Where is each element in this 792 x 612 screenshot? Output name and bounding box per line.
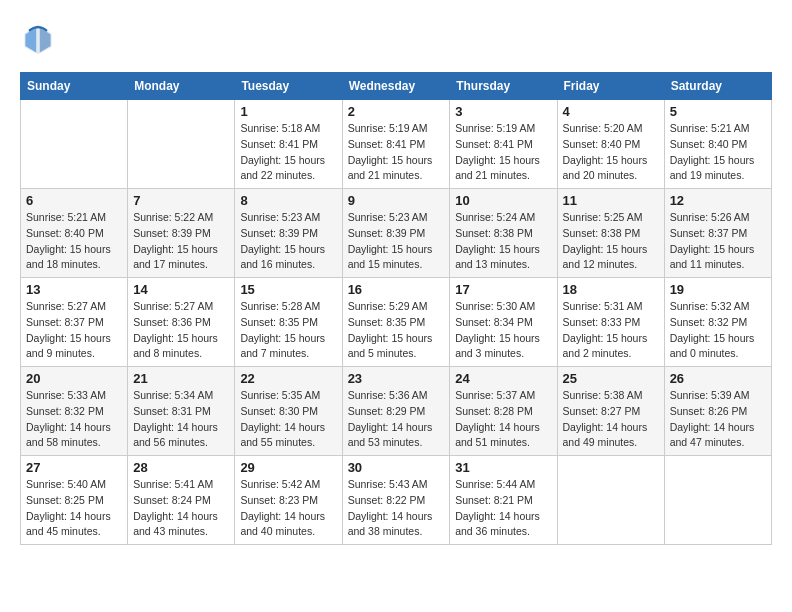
weekday-header-tuesday: Tuesday xyxy=(235,73,342,100)
day-info: Sunrise: 5:23 AMSunset: 8:39 PMDaylight:… xyxy=(240,210,336,273)
day-info: Sunrise: 5:43 AMSunset: 8:22 PMDaylight:… xyxy=(348,477,445,540)
day-number: 28 xyxy=(133,460,229,475)
day-number: 22 xyxy=(240,371,336,386)
svg-marker-2 xyxy=(25,27,36,52)
day-info: Sunrise: 5:19 AMSunset: 8:41 PMDaylight:… xyxy=(348,121,445,184)
day-info: Sunrise: 5:41 AMSunset: 8:24 PMDaylight:… xyxy=(133,477,229,540)
calendar-cell: 27Sunrise: 5:40 AMSunset: 8:25 PMDayligh… xyxy=(21,456,128,545)
calendar-cell: 1Sunrise: 5:18 AMSunset: 8:41 PMDaylight… xyxy=(235,100,342,189)
day-info: Sunrise: 5:32 AMSunset: 8:32 PMDaylight:… xyxy=(670,299,766,362)
page: SundayMondayTuesdayWednesdayThursdayFrid… xyxy=(0,0,792,565)
weekday-header-thursday: Thursday xyxy=(450,73,557,100)
calendar-week-2: 6Sunrise: 5:21 AMSunset: 8:40 PMDaylight… xyxy=(21,189,772,278)
day-number: 18 xyxy=(563,282,659,297)
day-number: 30 xyxy=(348,460,445,475)
day-number: 21 xyxy=(133,371,229,386)
calendar-week-5: 27Sunrise: 5:40 AMSunset: 8:25 PMDayligh… xyxy=(21,456,772,545)
calendar-table: SundayMondayTuesdayWednesdayThursdayFrid… xyxy=(20,72,772,545)
calendar-cell: 26Sunrise: 5:39 AMSunset: 8:26 PMDayligh… xyxy=(664,367,771,456)
calendar-cell: 31Sunrise: 5:44 AMSunset: 8:21 PMDayligh… xyxy=(450,456,557,545)
day-info: Sunrise: 5:36 AMSunset: 8:29 PMDaylight:… xyxy=(348,388,445,451)
calendar-cell: 3Sunrise: 5:19 AMSunset: 8:41 PMDaylight… xyxy=(450,100,557,189)
day-info: Sunrise: 5:19 AMSunset: 8:41 PMDaylight:… xyxy=(455,121,551,184)
calendar-cell: 17Sunrise: 5:30 AMSunset: 8:34 PMDayligh… xyxy=(450,278,557,367)
day-info: Sunrise: 5:39 AMSunset: 8:26 PMDaylight:… xyxy=(670,388,766,451)
day-info: Sunrise: 5:20 AMSunset: 8:40 PMDaylight:… xyxy=(563,121,659,184)
header xyxy=(20,20,772,56)
day-info: Sunrise: 5:35 AMSunset: 8:30 PMDaylight:… xyxy=(240,388,336,451)
day-number: 23 xyxy=(348,371,445,386)
day-number: 25 xyxy=(563,371,659,386)
calendar-cell: 29Sunrise: 5:42 AMSunset: 8:23 PMDayligh… xyxy=(235,456,342,545)
calendar-cell: 16Sunrise: 5:29 AMSunset: 8:35 PMDayligh… xyxy=(342,278,450,367)
svg-marker-1 xyxy=(40,27,51,52)
day-number: 1 xyxy=(240,104,336,119)
day-info: Sunrise: 5:26 AMSunset: 8:37 PMDaylight:… xyxy=(670,210,766,273)
calendar-cell: 28Sunrise: 5:41 AMSunset: 8:24 PMDayligh… xyxy=(128,456,235,545)
calendar-cell xyxy=(128,100,235,189)
day-info: Sunrise: 5:30 AMSunset: 8:34 PMDaylight:… xyxy=(455,299,551,362)
calendar-cell: 7Sunrise: 5:22 AMSunset: 8:39 PMDaylight… xyxy=(128,189,235,278)
calendar-cell: 11Sunrise: 5:25 AMSunset: 8:38 PMDayligh… xyxy=(557,189,664,278)
calendar-cell: 12Sunrise: 5:26 AMSunset: 8:37 PMDayligh… xyxy=(664,189,771,278)
day-number: 14 xyxy=(133,282,229,297)
day-number: 12 xyxy=(670,193,766,208)
day-number: 16 xyxy=(348,282,445,297)
day-number: 8 xyxy=(240,193,336,208)
calendar-week-1: 1Sunrise: 5:18 AMSunset: 8:41 PMDaylight… xyxy=(21,100,772,189)
day-info: Sunrise: 5:37 AMSunset: 8:28 PMDaylight:… xyxy=(455,388,551,451)
day-number: 26 xyxy=(670,371,766,386)
calendar-cell: 6Sunrise: 5:21 AMSunset: 8:40 PMDaylight… xyxy=(21,189,128,278)
day-info: Sunrise: 5:34 AMSunset: 8:31 PMDaylight:… xyxy=(133,388,229,451)
day-info: Sunrise: 5:33 AMSunset: 8:32 PMDaylight:… xyxy=(26,388,122,451)
day-info: Sunrise: 5:28 AMSunset: 8:35 PMDaylight:… xyxy=(240,299,336,362)
calendar-cell: 2Sunrise: 5:19 AMSunset: 8:41 PMDaylight… xyxy=(342,100,450,189)
day-number: 2 xyxy=(348,104,445,119)
logo xyxy=(20,20,58,56)
day-number: 6 xyxy=(26,193,122,208)
day-number: 10 xyxy=(455,193,551,208)
weekday-header-sunday: Sunday xyxy=(21,73,128,100)
calendar-cell: 8Sunrise: 5:23 AMSunset: 8:39 PMDaylight… xyxy=(235,189,342,278)
day-info: Sunrise: 5:25 AMSunset: 8:38 PMDaylight:… xyxy=(563,210,659,273)
day-info: Sunrise: 5:40 AMSunset: 8:25 PMDaylight:… xyxy=(26,477,122,540)
calendar-week-3: 13Sunrise: 5:27 AMSunset: 8:37 PMDayligh… xyxy=(21,278,772,367)
day-number: 5 xyxy=(670,104,766,119)
calendar-cell: 19Sunrise: 5:32 AMSunset: 8:32 PMDayligh… xyxy=(664,278,771,367)
day-number: 17 xyxy=(455,282,551,297)
day-info: Sunrise: 5:27 AMSunset: 8:37 PMDaylight:… xyxy=(26,299,122,362)
day-number: 13 xyxy=(26,282,122,297)
day-info: Sunrise: 5:44 AMSunset: 8:21 PMDaylight:… xyxy=(455,477,551,540)
calendar-cell: 15Sunrise: 5:28 AMSunset: 8:35 PMDayligh… xyxy=(235,278,342,367)
day-info: Sunrise: 5:21 AMSunset: 8:40 PMDaylight:… xyxy=(26,210,122,273)
day-number: 4 xyxy=(563,104,659,119)
day-number: 7 xyxy=(133,193,229,208)
day-info: Sunrise: 5:29 AMSunset: 8:35 PMDaylight:… xyxy=(348,299,445,362)
day-info: Sunrise: 5:27 AMSunset: 8:36 PMDaylight:… xyxy=(133,299,229,362)
logo-icon xyxy=(20,20,56,56)
day-info: Sunrise: 5:31 AMSunset: 8:33 PMDaylight:… xyxy=(563,299,659,362)
day-number: 20 xyxy=(26,371,122,386)
calendar-cell: 18Sunrise: 5:31 AMSunset: 8:33 PMDayligh… xyxy=(557,278,664,367)
calendar-cell xyxy=(557,456,664,545)
calendar-cell: 13Sunrise: 5:27 AMSunset: 8:37 PMDayligh… xyxy=(21,278,128,367)
day-info: Sunrise: 5:24 AMSunset: 8:38 PMDaylight:… xyxy=(455,210,551,273)
calendar-cell: 5Sunrise: 5:21 AMSunset: 8:40 PMDaylight… xyxy=(664,100,771,189)
calendar-cell: 24Sunrise: 5:37 AMSunset: 8:28 PMDayligh… xyxy=(450,367,557,456)
day-number: 9 xyxy=(348,193,445,208)
day-info: Sunrise: 5:38 AMSunset: 8:27 PMDaylight:… xyxy=(563,388,659,451)
day-number: 24 xyxy=(455,371,551,386)
calendar-cell: 9Sunrise: 5:23 AMSunset: 8:39 PMDaylight… xyxy=(342,189,450,278)
day-number: 3 xyxy=(455,104,551,119)
calendar-cell: 25Sunrise: 5:38 AMSunset: 8:27 PMDayligh… xyxy=(557,367,664,456)
calendar-cell xyxy=(21,100,128,189)
weekday-header-wednesday: Wednesday xyxy=(342,73,450,100)
day-number: 19 xyxy=(670,282,766,297)
calendar-cell: 30Sunrise: 5:43 AMSunset: 8:22 PMDayligh… xyxy=(342,456,450,545)
day-number: 27 xyxy=(26,460,122,475)
calendar-cell: 23Sunrise: 5:36 AMSunset: 8:29 PMDayligh… xyxy=(342,367,450,456)
day-number: 11 xyxy=(563,193,659,208)
weekday-header-row: SundayMondayTuesdayWednesdayThursdayFrid… xyxy=(21,73,772,100)
calendar-cell: 4Sunrise: 5:20 AMSunset: 8:40 PMDaylight… xyxy=(557,100,664,189)
day-info: Sunrise: 5:23 AMSunset: 8:39 PMDaylight:… xyxy=(348,210,445,273)
